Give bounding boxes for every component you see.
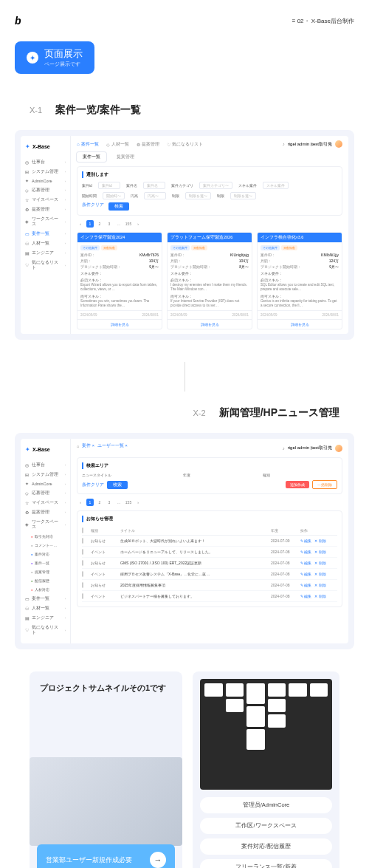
clear-button[interactable]: 条件クリア <box>82 482 104 488</box>
row-checkbox[interactable] <box>82 582 83 588</box>
sidebar-item[interactable]: ▤エンジニア› <box>24 613 67 623</box>
sidebar-item[interactable]: ▭案件一覧› <box>24 594 67 604</box>
sidebar-item[interactable]: ✦AdminCore› <box>24 177 67 185</box>
sidebar-item[interactable]: ◇応募管理› <box>24 488 67 498</box>
sidebar-item[interactable]: ⊞システム管理› <box>24 167 67 177</box>
category-pill[interactable]: フリーランス一覧/新着 <box>200 859 332 868</box>
page-button[interactable]: 3 <box>106 220 113 228</box>
detail-link[interactable]: 詳細を見る <box>77 319 162 329</box>
delete-link[interactable]: ✕ 削除 <box>314 595 325 598</box>
sidebar-subitem[interactable]: ●案件対応 <box>30 550 67 558</box>
filter-crit2-input[interactable]: 制限を選〜 <box>230 192 256 199</box>
delete-link[interactable]: ✕ 削除 <box>314 550 325 554</box>
page-button[interactable]: 155 <box>125 220 132 228</box>
sidebar-item[interactable]: ◎仕事台› <box>24 460 67 470</box>
delete-button[interactable]: 一括削除 <box>312 480 337 489</box>
filter-cat-input[interactable]: 案件カテゴリ〜 <box>199 182 232 189</box>
filter-skill-input[interactable]: スキル案件 <box>263 182 289 189</box>
edit-link[interactable]: ✎ 編集 <box>300 584 311 587</box>
page-button[interactable]: … <box>115 220 123 228</box>
page-button[interactable]: ‹ <box>77 220 84 228</box>
edit-link[interactable]: ✎ 編集 <box>300 550 311 554</box>
bell-icon[interactable]: ♪ <box>283 446 285 451</box>
page-button[interactable]: › <box>134 499 142 506</box>
sidebar-item[interactable]: ☆マイスペース› <box>24 498 67 508</box>
category-pill[interactable]: 工作区/ワークスペース <box>200 818 332 834</box>
edit-link[interactable]: ✎ 編集 <box>300 573 311 576</box>
sidebar-item[interactable]: ☆マイスペース› <box>24 195 67 205</box>
row-checkbox[interactable] <box>82 538 83 544</box>
search-button[interactable]: 検索 <box>107 481 128 489</box>
project-card[interactable]: インフラ保守製造2024 その他案件員数複数 案件ID：KMvBr7676 月額… <box>77 232 162 329</box>
topnav-item[interactable]: ♡気になるリスト <box>167 141 203 148</box>
page-button[interactable]: 2 <box>96 220 103 228</box>
delete-link[interactable]: ✕ 削除 <box>314 573 325 576</box>
topnav-item[interactable]: ⚙提案管理 <box>137 141 159 148</box>
clear-button[interactable]: 条件クリア <box>82 202 104 211</box>
project-card[interactable]: プラットフォーム保守製造2026 その他案件員数複数 案件ID：KIUnigIt… <box>167 232 252 329</box>
delete-link[interactable]: ✕ 削除 <box>314 561 325 565</box>
project-card[interactable]: インフラ検自強化v3.6 その他案件員数複数 案件ID：KMIbNi1jjy 月… <box>257 232 342 329</box>
filter-start-input[interactable]: 開始時〜 <box>103 192 125 199</box>
edit-link[interactable]: ✎ 編集 <box>300 595 311 598</box>
delete-link[interactable]: ✕ 削除 <box>314 539 325 543</box>
sidebar-item[interactable]: ♡気になるリスト› <box>24 623 67 638</box>
row-checkbox[interactable] <box>82 571 83 577</box>
sidebar-item[interactable]: ⚇人材一覧› <box>24 604 67 613</box>
tab[interactable]: 案件一覧 <box>77 152 106 162</box>
user-name[interactable]: rigel admin |test取引先 <box>288 141 332 148</box>
filter-id-input[interactable]: 案件id <box>98 182 120 189</box>
breadcrumb-item[interactable]: 案件 × <box>82 443 94 448</box>
sidebar-subitem[interactable]: ●案件一覧 <box>30 558 67 567</box>
bell-icon[interactable]: ♪ <box>283 142 285 146</box>
edit-link[interactable]: ✎ 編集 <box>300 539 311 543</box>
avatar[interactable] <box>335 140 342 148</box>
category-pill[interactable]: 案件対応/配信履歴 <box>200 838 332 855</box>
topnav-item[interactable]: ⌂案件一覧 <box>77 141 99 148</box>
sidebar-item[interactable]: ◈ワークスペース› <box>24 517 67 532</box>
sidebar-subitem[interactable]: ●提案管理 <box>30 567 67 576</box>
user-name[interactable]: rigel admin |test取引先 <box>288 445 332 451</box>
sidebar-item[interactable]: ⚇人材一覧› <box>24 239 67 248</box>
sidebar-subitem[interactable]: ●人材対応 <box>30 585 67 594</box>
row-checkbox[interactable] <box>82 593 83 599</box>
select-all-checkbox[interactable] <box>82 527 83 533</box>
sidebar-item[interactable]: ◎仕事台› <box>24 157 67 167</box>
add-button[interactable]: 追加作成 <box>286 481 309 488</box>
avatar[interactable] <box>335 445 342 452</box>
sidebar-item[interactable]: ✦AdminCore› <box>24 479 67 488</box>
sidebar-item[interactable]: ⚙提案管理› <box>24 508 67 517</box>
page-button[interactable]: … <box>115 499 123 506</box>
row-checkbox[interactable] <box>82 549 83 555</box>
tab[interactable]: 提案管理 <box>111 152 140 162</box>
sidebar-item[interactable]: ◇応募管理› <box>24 185 67 195</box>
page-button[interactable]: ‹ <box>77 499 84 506</box>
detail-link[interactable]: 詳細を見る <box>258 319 342 329</box>
page-button[interactable]: › <box>134 220 142 228</box>
filter-crit-input[interactable]: 制限を選〜 <box>185 192 211 199</box>
filter-end-input[interactable]: 円高〜 <box>144 192 166 199</box>
row-checkbox[interactable] <box>82 560 83 566</box>
sidebar-subitem[interactable]: ●配信履歴 <box>30 576 67 585</box>
sidebar-item[interactable]: ⚙提案管理› <box>24 205 67 214</box>
page-button[interactable]: 1 <box>86 220 94 228</box>
sidebar-subitem[interactable]: ●コメント一… <box>30 541 67 550</box>
edit-link[interactable]: ✎ 編集 <box>300 561 311 565</box>
page-button[interactable]: 155 <box>125 499 132 506</box>
breadcrumb-item[interactable]: ユーザー一覧 × <box>97 443 128 448</box>
page-button[interactable]: 3 <box>106 499 113 506</box>
detail-link[interactable]: 詳細を見る <box>168 319 252 329</box>
filter-name-input[interactable]: 案件名 <box>143 182 165 189</box>
sidebar-item[interactable]: ⊞システム管理› <box>24 470 67 479</box>
sidebar-item[interactable]: ♡気になるリスト› <box>24 258 67 273</box>
category-pill[interactable]: 管理员/AdminCore <box>200 797 332 813</box>
page-button[interactable]: 2 <box>96 499 103 506</box>
topnav-item[interactable]: ◇人材一覧 <box>106 141 129 148</box>
search-button[interactable]: 検索 <box>108 202 129 211</box>
page-button[interactable]: 1 <box>86 499 94 506</box>
sidebar-item[interactable]: ▭案件一覧› <box>24 229 67 239</box>
sidebar-item[interactable]: ◈ワークスペース› <box>24 214 67 229</box>
delete-link[interactable]: ✕ 削除 <box>314 584 325 587</box>
breadcrumb-item[interactable]: ⌂ <box>77 444 79 448</box>
sidebar-subitem[interactable]: ●取引先対応 <box>30 532 67 541</box>
